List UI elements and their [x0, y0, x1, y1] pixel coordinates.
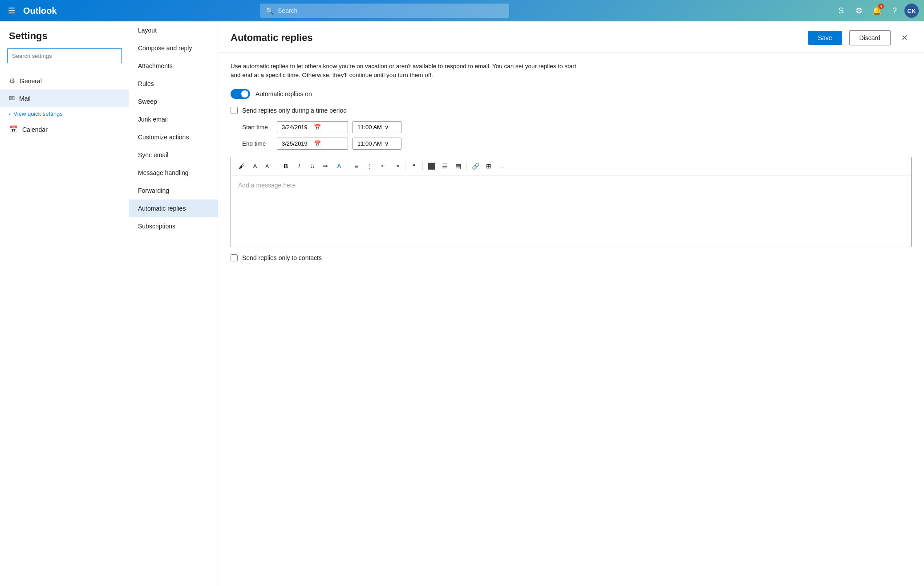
- toggle-row: Automatic replies on: [231, 89, 912, 99]
- end-time-row: End time 3/25/2019 📅 11:00 AM ∨: [242, 138, 912, 150]
- notifications-icon[interactable]: 🔔 4: [869, 3, 885, 19]
- settings-menu-panel: Layout Compose and reply Attachments Rul…: [129, 21, 218, 586]
- description-text: Use automatic replies to let others know…: [231, 62, 578, 80]
- contacts-label: Send replies only to contacts: [242, 254, 322, 261]
- menu-item-junk[interactable]: Junk email: [129, 110, 218, 128]
- start-time-select[interactable]: 11:00 AM ∨: [353, 121, 401, 133]
- skype-icon[interactable]: S: [833, 3, 849, 19]
- time-rows: Start time 3/24/2019 📅 11:00 AM ∨ End ti…: [242, 121, 912, 150]
- calendar-icon-end: 📅: [314, 140, 343, 147]
- settings-search-bar[interactable]: [7, 48, 122, 63]
- back-chevron-icon: ‹: [9, 110, 11, 117]
- sep-4: [422, 162, 423, 171]
- menu-item-layout[interactable]: Layout: [129, 21, 218, 39]
- settings-nav-general[interactable]: ⚙ General: [0, 72, 129, 90]
- start-time-row: Start time 3/24/2019 📅 11:00 AM ∨: [242, 121, 912, 133]
- save-button[interactable]: Save: [808, 31, 842, 45]
- format-painter-icon[interactable]: 🖌: [235, 160, 248, 172]
- font-size-icon[interactable]: A: [249, 160, 261, 172]
- font-size-grow-icon[interactable]: A↑: [262, 160, 275, 172]
- end-date-value: 3/25/2019: [282, 140, 311, 147]
- menu-item-auto-replies[interactable]: Automatic replies: [129, 199, 218, 217]
- notification-badge: 4: [878, 4, 884, 9]
- increase-indent-button[interactable]: ⇥: [390, 160, 403, 172]
- menu-item-forwarding[interactable]: Forwarding: [129, 182, 218, 199]
- end-time-label: End time: [242, 140, 272, 147]
- menu-item-customize[interactable]: Customize actions: [129, 128, 218, 146]
- auto-replies-panel: Automatic replies Save Discard ✕ Use aut…: [218, 21, 924, 586]
- search-input[interactable]: [278, 7, 504, 14]
- discard-button[interactable]: Discard: [849, 30, 891, 45]
- editor-placeholder: Add a message here: [238, 182, 296, 189]
- start-time-label: Start time: [242, 124, 272, 130]
- topbar-left: ☰ Outlook: [0, 2, 98, 19]
- settings-nav-calendar[interactable]: 📅 Calendar: [0, 121, 129, 138]
- auto-replies-title: Automatic replies: [231, 32, 801, 44]
- settings-nav-calendar-label: Calendar: [22, 126, 48, 133]
- menu-item-subscriptions[interactable]: Subscriptions: [129, 217, 218, 235]
- menu-item-compose[interactable]: Compose and reply: [129, 39, 218, 57]
- toggle-label: Automatic replies on: [255, 90, 312, 98]
- time-period-checkbox[interactable]: [231, 107, 238, 114]
- calendar-icon-start: 📅: [314, 124, 343, 130]
- settings-panel: Settings ⚙ General ✉ Mail ‹ View quick s…: [0, 21, 129, 586]
- underline-button[interactable]: U: [306, 160, 319, 172]
- mail-icon: ✉: [9, 94, 15, 102]
- settings-icon[interactable]: ⚙: [851, 3, 867, 19]
- settings-nav-mail[interactable]: ✉ Mail: [0, 90, 129, 107]
- hamburger-menu[interactable]: ☰: [4, 2, 19, 19]
- contacts-checkbox[interactable]: [231, 254, 238, 261]
- editor-body[interactable]: Add a message here: [231, 175, 911, 247]
- close-button[interactable]: ✕: [898, 31, 912, 45]
- font-color-button[interactable]: A: [333, 160, 345, 172]
- chevron-down-icon-start: ∨: [385, 124, 389, 130]
- menu-item-sweep[interactable]: Sweep: [129, 93, 218, 110]
- sep-5: [466, 162, 467, 171]
- editor-toolbar: 🖌 A A↑ B I U ✏ A ≡ ⋮ ⇤ ⇥ ❝ ⬛ ☰ ▤: [231, 157, 911, 175]
- auto-replies-body: Use automatic replies to let others know…: [218, 53, 924, 277]
- end-time-value: 11:00 AM: [357, 140, 382, 147]
- align-left-button[interactable]: ⬛: [425, 160, 438, 172]
- menu-item-rules[interactable]: Rules: [129, 75, 218, 93]
- italic-button[interactable]: I: [293, 160, 305, 172]
- time-period-label: Send replies only during a time period: [242, 107, 347, 114]
- highlight-button[interactable]: ✏: [320, 160, 332, 172]
- contacts-row: Send replies only to contacts: [231, 254, 912, 261]
- search-bar[interactable]: 🔍: [260, 4, 509, 18]
- align-center-button[interactable]: ☰: [438, 160, 451, 172]
- back-link-label: View quick settings: [13, 110, 62, 117]
- align-right-button[interactable]: ▤: [452, 160, 464, 172]
- auto-replies-header: Automatic replies Save Discard ✕: [218, 21, 924, 53]
- end-time-select[interactable]: 11:00 AM ∨: [353, 138, 401, 150]
- avatar[interactable]: CK: [904, 4, 919, 18]
- editor-container: 🖌 A A↑ B I U ✏ A ≡ ⋮ ⇤ ⇥ ❝ ⬛ ☰ ▤: [231, 157, 912, 247]
- bold-button[interactable]: B: [280, 160, 292, 172]
- sep-2: [348, 162, 348, 171]
- search-icon: 🔍: [265, 7, 274, 15]
- start-time-value: 11:00 AM: [357, 124, 382, 130]
- menu-item-sync[interactable]: Sync email: [129, 146, 218, 164]
- end-date-input[interactable]: 3/25/2019 📅: [277, 138, 348, 150]
- general-icon: ⚙: [9, 77, 15, 85]
- more-button[interactable]: …: [496, 160, 508, 172]
- settings-title: Settings: [0, 21, 129, 48]
- auto-replies-toggle[interactable]: [231, 89, 250, 99]
- decrease-indent-button[interactable]: ⇤: [377, 160, 389, 172]
- settings-search-input[interactable]: [12, 53, 117, 59]
- start-date-value: 3/24/2019: [282, 124, 311, 130]
- sep-1: [277, 162, 277, 171]
- settings-nav: ⚙ General ✉ Mail ‹ View quick settings 📅…: [0, 69, 129, 141]
- quote-button[interactable]: ❝: [408, 160, 420, 172]
- numbered-button[interactable]: ⋮: [364, 160, 376, 172]
- back-link[interactable]: ‹ View quick settings: [0, 107, 129, 121]
- bullets-button[interactable]: ≡: [350, 160, 363, 172]
- link-button[interactable]: 🔗: [469, 160, 482, 172]
- table-button[interactable]: ⊞: [482, 160, 495, 172]
- topbar-right: S ⚙ 🔔 4 ? CK: [833, 3, 924, 19]
- help-icon[interactable]: ?: [887, 3, 903, 19]
- sep-3: [405, 162, 405, 171]
- start-date-input[interactable]: 3/24/2019 📅: [277, 121, 348, 133]
- menu-item-message[interactable]: Message handling: [129, 164, 218, 182]
- calendar-icon: 📅: [9, 125, 18, 134]
- menu-item-attachments[interactable]: Attachments: [129, 57, 218, 75]
